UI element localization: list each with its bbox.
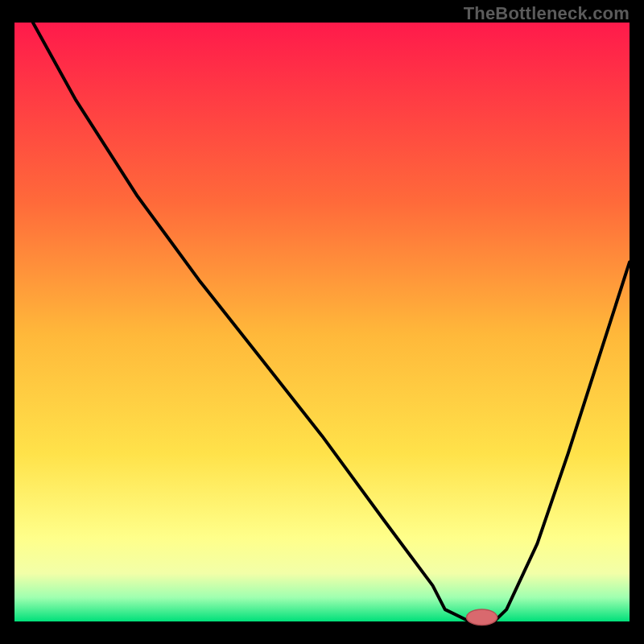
- chart-svg: [0, 0, 644, 644]
- optimal-marker: [467, 609, 497, 625]
- plot-background: [14, 23, 630, 621]
- chart-stage: TheBottleneck.com: [0, 0, 644, 644]
- watermark-text: TheBottleneck.com: [464, 3, 630, 24]
